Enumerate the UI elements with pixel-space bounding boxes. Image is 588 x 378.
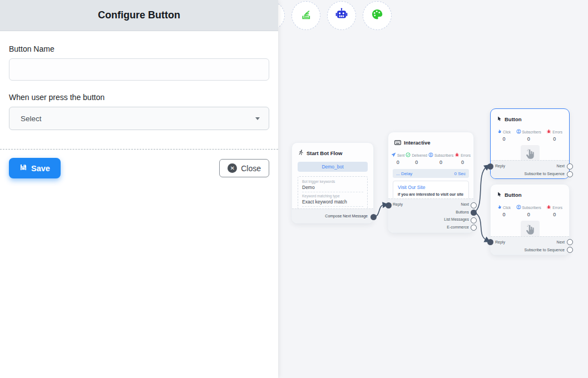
stat-subscribers: Subscribers 0 <box>516 129 541 142</box>
node-footer: Reply Next Buttons List Messages E-comme… <box>388 198 473 232</box>
panel-header: Configure Button <box>0 0 278 31</box>
node-title: Button <box>505 116 522 122</box>
stat-click: Click 0 <box>497 129 511 142</box>
select-value: Select <box>21 115 42 123</box>
port-next-out[interactable] <box>567 239 573 245</box>
stack-icon <box>300 8 312 23</box>
port-label-buttons: Buttons <box>456 210 469 214</box>
port-label-subscribe-sequence: Subscribe to Sequence <box>525 248 565 252</box>
node-footer: Compose Next Message <box>292 208 373 223</box>
robot-icon <box>335 8 348 23</box>
message-title: Visit Our Site <box>398 185 464 190</box>
port-label-ecommerce: E-commerce <box>447 225 469 229</box>
node-button-2[interactable]: Button Click 0 Subscribers <box>490 184 570 255</box>
stat-errors: Errors 0 <box>454 152 471 165</box>
click-icon <box>497 205 502 210</box>
button-name-label: Button Name <box>9 44 269 53</box>
palette-icon <box>370 8 384 23</box>
node-start-bot-flow[interactable]: Start Bot Flow Demo_bot Bot trigger keyw… <box>291 142 374 223</box>
delivered-icon <box>406 152 411 158</box>
errors-icon <box>546 205 551 210</box>
delay-value: 0 Sec <box>454 171 466 176</box>
port-label-list-messages: List Messages <box>444 217 469 221</box>
delay-bar[interactable]: ... Delay 0 Sec <box>393 169 469 178</box>
bot-name-pill[interactable]: Demo_bot <box>298 162 368 172</box>
stat-errors: Errors 0 <box>546 205 562 217</box>
toolbar-item-bot[interactable] <box>327 1 356 30</box>
port-next-out[interactable] <box>567 163 573 170</box>
errors-icon <box>546 129 551 135</box>
interactive-message-card[interactable]: Visit Our Site if you are interested to … <box>393 181 469 200</box>
port-reply-in[interactable] <box>487 163 493 170</box>
node-header: Button <box>491 185 569 200</box>
button-name-input[interactable] <box>9 58 269 81</box>
node-interactive[interactable]: Interactive Sent 0 Delivered <box>388 132 474 233</box>
panel-title: Configure Button <box>98 9 180 21</box>
stats-row: Sent 0 Delivered 0 Subscribers <box>388 147 473 165</box>
stat-click: Click 0 <box>497 205 511 217</box>
delay-label: ... Delay <box>396 171 412 176</box>
stat-subscribers: Subscribers 0 <box>516 205 541 217</box>
node-title: Button <box>505 192 522 198</box>
stats-row: Click 0 Subscribers 0 Errors <box>491 124 569 142</box>
save-label: Save <box>31 164 50 173</box>
port-reply-in[interactable] <box>386 202 392 208</box>
sent-icon <box>391 152 396 158</box>
node-title: Start Bot Flow <box>307 150 342 156</box>
close-button[interactable]: ✕ Close <box>219 159 269 177</box>
close-label: Close <box>241 164 261 173</box>
port-label-reply: Reply <box>393 202 403 206</box>
subscribers-icon <box>516 205 521 210</box>
port-label-next: Next <box>557 240 565 244</box>
stat-delivered: Delivered 0 <box>406 152 427 165</box>
errors-icon <box>454 152 459 158</box>
save-button[interactable]: Save <box>9 158 61 178</box>
click-icon <box>497 129 502 135</box>
subscribers-icon <box>428 152 433 158</box>
stat-errors: Errors 0 <box>546 129 562 142</box>
compose-next-message-label: Compose Next Message <box>297 211 369 221</box>
kv-row: Keyword matching type Exact keyword matc… <box>302 192 363 206</box>
subscribers-icon <box>516 129 521 135</box>
node-title: Interactive <box>404 140 431 146</box>
keyboard-icon <box>394 137 401 147</box>
toolbar-item-theme[interactable] <box>363 1 392 30</box>
stat-sent: Sent 0 <box>391 152 404 165</box>
node-footer: Reply Next Subscribe to Sequence <box>491 236 569 255</box>
panel-divider <box>0 149 278 150</box>
cursor-icon <box>497 114 502 124</box>
stats-row: Click 0 Subscribers 0 Errors <box>491 200 569 217</box>
port-reply-in[interactable] <box>487 239 493 245</box>
save-icon <box>19 163 27 173</box>
node-header: Interactive <box>388 132 473 147</box>
press-action-label: When user press the button <box>9 93 269 102</box>
port-label-next: Next <box>557 164 565 168</box>
close-icon: ✕ <box>228 163 237 173</box>
message-body: if you are interested to visit our site <box>398 192 464 196</box>
port-label-subscribe-sequence: Subscribe to Sequence <box>525 172 565 176</box>
port-list-messages-out[interactable] <box>471 217 477 223</box>
port-buttons-out[interactable] <box>471 210 477 216</box>
running-person-icon <box>298 148 304 158</box>
port-label-next: Next <box>461 202 469 206</box>
configure-button-panel: Configure Button Button Name When user p… <box>0 0 278 378</box>
kv-row: Bot trigger keywords Demo <box>302 178 363 192</box>
port-ecommerce-out[interactable] <box>471 225 477 231</box>
node-header: Button <box>491 109 569 124</box>
cursor-icon <box>497 190 502 200</box>
port-compose-next-message[interactable] <box>370 214 377 220</box>
toolbar-item-stack[interactable] <box>291 1 320 30</box>
press-action-select[interactable]: Select <box>9 107 269 130</box>
port-label-reply: Reply <box>495 240 505 244</box>
stat-subscribers: Subscribers 0 <box>428 152 453 165</box>
node-header: Start Bot Flow <box>292 143 373 158</box>
port-sequence-out[interactable] <box>567 247 573 253</box>
chevron-down-icon <box>255 117 260 120</box>
node-button-1[interactable]: Button Click 0 Subscribers <box>490 108 570 179</box>
node-footer: Reply Next Subscribe to Sequence <box>491 160 569 178</box>
port-label-reply: Reply <box>495 164 505 168</box>
port-next-out[interactable] <box>471 202 477 208</box>
port-sequence-out[interactable] <box>567 171 573 177</box>
